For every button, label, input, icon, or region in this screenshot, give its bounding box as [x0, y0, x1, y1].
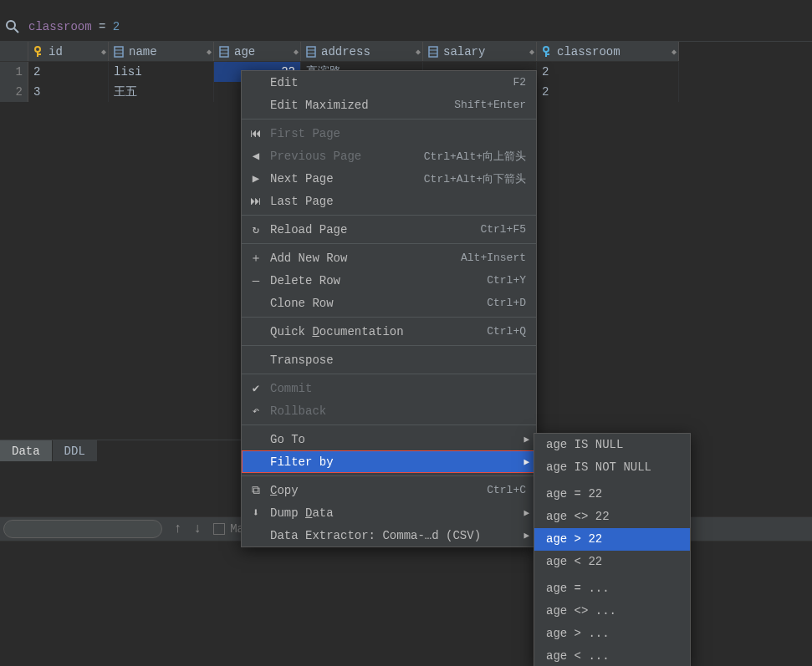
tab-ddl[interactable]: DDL — [53, 440, 98, 461]
submenu-item[interactable]: age <> 22 — [534, 506, 690, 528]
menu-item-label: Delete Row — [270, 274, 480, 287]
bottom-tabs: Data DDL — [0, 440, 243, 461]
dump-icon: ⬇ — [248, 506, 263, 520]
menu-item-label: Last Page — [270, 195, 526, 208]
cell-name[interactable]: 王五 — [109, 82, 214, 102]
search-prev-icon[interactable]: ↑ — [174, 521, 182, 536]
menu-item-label: Data Extractor: Comma-…d (CSV) — [270, 529, 526, 542]
cell-classroom[interactable]: 2 — [537, 62, 679, 82]
column-header-address[interactable]: address ◆ — [301, 42, 423, 61]
minus-icon: — — [248, 274, 263, 287]
menu-shortcut: Ctrl+Alt+向上箭头 — [424, 149, 526, 164]
tab-data[interactable]: Data — [0, 440, 53, 461]
submenu-item[interactable]: age IS NULL — [534, 434, 690, 456]
svg-point-0 — [7, 21, 15, 29]
menu-item-next-page[interactable]: ▶Next PageCtrl+Alt+向下箭头 — [242, 167, 536, 190]
sort-icon[interactable]: ◆ — [207, 47, 212, 57]
last-icon: ⏭ — [248, 195, 263, 208]
svg-point-2 — [35, 47, 40, 52]
cell-name[interactable]: lisi — [109, 62, 214, 82]
column-header-name[interactable]: name ◆ — [109, 42, 214, 61]
row-number: 1 — [0, 62, 28, 82]
menu-item-label: Clone Row — [270, 297, 480, 310]
copy-icon: ⧉ — [248, 484, 263, 497]
commit-icon: ✔ — [248, 381, 263, 395]
submenu-item[interactable]: age > 22 — [534, 528, 690, 551]
menu-item-label: Filter by — [270, 455, 526, 469]
menu-separator — [242, 215, 536, 216]
submenu-item[interactable]: age < ... — [534, 645, 690, 666]
reload-icon: ↻ — [248, 222, 263, 236]
submenu-item[interactable]: age <> ... — [534, 600, 690, 623]
menu-item-label: Rollback — [270, 404, 526, 418]
table-header: id ◆ name ◆ age ◆ address ◆ salary ◆ cla — [0, 42, 679, 62]
menu-item-edit[interactable]: EditF2 — [242, 71, 536, 94]
submenu-arrow-icon: ▶ — [523, 456, 529, 467]
submenu-arrow-icon: ▶ — [523, 507, 529, 518]
column-header-age[interactable]: age ◆ — [214, 42, 301, 61]
submenu-item[interactable]: age IS NOT NULL — [534, 456, 690, 479]
svg-rect-5 — [115, 47, 123, 57]
svg-line-1 — [14, 28, 18, 33]
column-header-salary[interactable]: salary ◆ — [423, 42, 537, 61]
svg-rect-14 — [429, 47, 437, 57]
submenu-item[interactable]: age = 22 — [534, 483, 690, 506]
menu-item-label: First Page — [270, 127, 526, 140]
row-number: 2 — [0, 82, 28, 102]
menu-item-label: Dump Data — [270, 506, 526, 520]
menu-separator — [242, 475, 536, 476]
menu-item-label: Previous Page — [270, 150, 417, 163]
menu-item-filter-by[interactable]: Filter by▶ — [242, 450, 536, 473]
menu-item-label: Go To — [270, 433, 526, 446]
menu-item-label: Add New Row — [270, 252, 454, 265]
menu-shortcut: Ctrl+Y — [487, 274, 526, 287]
menu-item-go-to[interactable]: Go To▶ — [242, 428, 536, 450]
column-icon — [306, 46, 316, 58]
column-header-classroom[interactable]: classroom ◆ — [537, 42, 679, 61]
menu-item-commit: ✔Commit — [242, 377, 536, 399]
menu-item-label: Edit Maximized — [270, 99, 447, 112]
cell-id[interactable]: 2 — [28, 62, 109, 82]
filter-by-submenu: age IS NULLage IS NOT NULLage = 22age <>… — [534, 433, 691, 666]
row-gutter-header — [0, 42, 28, 61]
menu-item-quick-documentation[interactable]: Quick DocumentationCtrl+Q — [242, 320, 536, 343]
menu-item-reload-page[interactable]: ↻Reload PageCtrl+F5 — [242, 218, 536, 241]
cell-classroom[interactable]: 2 — [537, 82, 679, 102]
search-next-icon[interactable]: ↓ — [194, 521, 202, 536]
checkbox-icon — [213, 523, 225, 535]
column-icon — [428, 46, 438, 58]
prev-icon: ◀ — [248, 149, 263, 163]
sort-icon[interactable]: ◆ — [529, 47, 534, 57]
search-input[interactable] — [3, 520, 162, 538]
menu-item-label: Reload Page — [270, 223, 473, 236]
sort-icon[interactable]: ◆ — [101, 47, 106, 57]
submenu-item[interactable]: age < 22 — [534, 551, 690, 573]
submenu-arrow-icon: ▶ — [523, 530, 529, 541]
submenu-item[interactable]: age = ... — [534, 577, 690, 600]
menu-item-edit-maximized[interactable]: Edit MaximizedShift+Enter — [242, 94, 536, 116]
menu-item-label: Transpose — [270, 353, 526, 367]
sort-icon[interactable]: ◆ — [416, 47, 421, 57]
menu-item-transpose[interactable]: Transpose — [242, 348, 536, 371]
menu-item-delete-row[interactable]: —Delete RowCtrl+Y — [242, 269, 536, 292]
submenu-item[interactable]: age > ... — [534, 623, 690, 645]
menu-separator — [242, 345, 536, 346]
menu-item-copy[interactable]: ⧉CopyCtrl+C — [242, 479, 536, 501]
key-icon — [542, 46, 552, 58]
column-header-id[interactable]: id ◆ — [28, 42, 109, 61]
sort-icon[interactable]: ◆ — [672, 47, 677, 57]
column-name: address — [321, 45, 370, 58]
menu-item-last-page[interactable]: ⏭Last Page — [242, 190, 536, 212]
menu-item-add-new-row[interactable]: ＋Add New RowAlt+Insert — [242, 247, 536, 269]
menu-item-data-extractor-comma-d-csv[interactable]: Data Extractor: Comma-…d (CSV)▶ — [242, 524, 536, 547]
svg-rect-11 — [307, 47, 315, 57]
menu-item-clone-row[interactable]: Clone RowCtrl+D — [242, 292, 536, 314]
menu-item-previous-page: ◀Previous PageCtrl+Alt+向上箭头 — [242, 145, 536, 167]
column-name: classroom — [557, 45, 620, 58]
next-icon: ▶ — [248, 171, 263, 186]
menu-separator — [242, 243, 536, 244]
menu-item-dump-data[interactable]: ⬇Dump Data▶ — [242, 501, 536, 524]
cell-id[interactable]: 3 — [28, 82, 109, 102]
sort-icon[interactable]: ◆ — [294, 47, 299, 57]
filter-expression[interactable]: classroom = 2 — [28, 20, 120, 33]
